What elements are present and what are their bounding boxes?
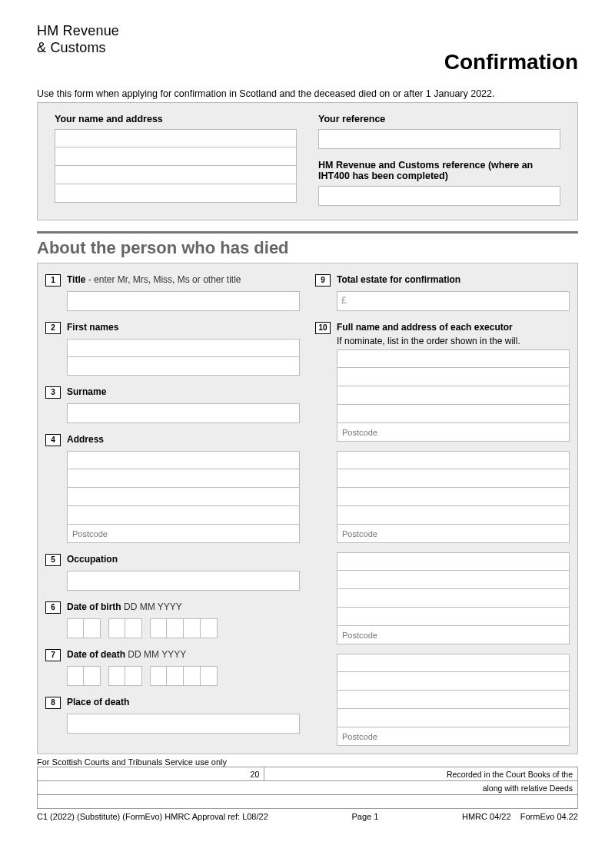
dod-y4[interactable] — [201, 666, 218, 686]
exec4-line2[interactable] — [337, 672, 570, 691]
address-line-2[interactable] — [67, 469, 300, 488]
section-title: About the person who has died — [37, 238, 578, 258]
address-postcode[interactable] — [67, 525, 300, 543]
q1-hint: - enter Mr, Mrs, Miss, Ms or other title — [85, 274, 241, 285]
footer-left: C1 (2022) (Substitute) (FormEvo) HMRC Ap… — [37, 812, 268, 821]
courts-recorded: Recorded in the Court Books of the — [264, 767, 578, 781]
address-line-3[interactable] — [67, 488, 300, 506]
exec4-line3[interactable] — [337, 691, 570, 709]
q10-hint: If nominate, list in the order shown in … — [337, 336, 570, 346]
name-address-line-1[interactable] — [55, 129, 297, 147]
logo-line2: & Customs — [37, 40, 106, 55]
name-address-line-4[interactable] — [55, 184, 297, 203]
name-address-line-2[interactable] — [55, 147, 297, 166]
dob-y1[interactable] — [150, 618, 167, 638]
page-footer: C1 (2022) (Substitute) (FormEvo) HMRC Ap… — [37, 812, 578, 821]
q6-number: 6 — [45, 601, 61, 614]
dob-d1[interactable] — [67, 618, 84, 638]
q4-number: 4 — [45, 434, 61, 446]
executor-2 — [337, 451, 570, 543]
dob-input — [67, 618, 300, 638]
address-line-4[interactable] — [67, 506, 300, 525]
first-names-line-2[interactable] — [67, 357, 300, 376]
courts-year: 20 — [38, 767, 264, 781]
q3-label: Surname — [67, 386, 106, 399]
name-address-field — [55, 129, 297, 203]
q4-label: Address — [67, 434, 104, 446]
courts-label: For Scottish Courts and Tribunals Servic… — [37, 757, 578, 767]
q6-label: Date of birth — [67, 601, 121, 612]
q1-label: Title — [67, 274, 85, 285]
exec1-line1[interactable] — [337, 350, 570, 368]
exec4-line1[interactable] — [337, 654, 570, 672]
total-estate-input[interactable] — [337, 291, 570, 311]
address-line-1[interactable] — [67, 451, 300, 469]
intro-text: Use this form when applying for confirma… — [37, 88, 578, 99]
dob-m2[interactable] — [125, 618, 142, 638]
footer-page: Page 1 — [351, 812, 378, 821]
form-body: 1 Title - enter Mr, Mrs, Miss, Ms or oth… — [37, 263, 578, 754]
name-address-line-3[interactable] — [55, 166, 297, 184]
exec3-line3[interactable] — [337, 589, 570, 608]
q9-number: 9 — [315, 274, 331, 287]
dob-d2[interactable] — [84, 618, 101, 638]
footer-formevo: FormEvo 04.22 — [520, 812, 578, 821]
q2-number: 2 — [45, 322, 61, 334]
q10-label: Full name and address of each executor — [337, 322, 513, 334]
reference-label: Your reference — [318, 114, 560, 124]
dob-y4[interactable] — [201, 618, 218, 638]
exec4-postcode[interactable] — [337, 727, 570, 746]
exec1-line2[interactable] — [337, 368, 570, 386]
executor-3 — [337, 552, 570, 644]
exec4-line4[interactable] — [337, 709, 570, 727]
q7-label: Date of death — [67, 649, 125, 660]
dod-m2[interactable] — [125, 666, 142, 686]
place-of-death-input[interactable] — [67, 714, 300, 734]
hmrc-ref-input[interactable] — [318, 186, 560, 206]
dob-y2[interactable] — [167, 618, 184, 638]
dod-input — [67, 666, 300, 686]
q5-number: 5 — [45, 554, 61, 566]
dob-m1[interactable] — [108, 618, 125, 638]
dob-y3[interactable] — [184, 618, 201, 638]
occupation-input[interactable] — [67, 571, 300, 591]
q3-number: 3 — [45, 386, 61, 399]
q7-hint: DD MM YYYY — [125, 649, 186, 660]
exec2-postcode[interactable] — [337, 525, 570, 543]
dod-d1[interactable] — [67, 666, 84, 686]
dod-m1[interactable] — [108, 666, 125, 686]
exec1-line3[interactable] — [337, 386, 570, 405]
exec2-line2[interactable] — [337, 469, 570, 488]
footer-hmrc: HMRC 04/22 — [462, 812, 511, 821]
surname-input[interactable] — [67, 403, 300, 423]
dod-y1[interactable] — [150, 666, 167, 686]
exec1-postcode[interactable] — [337, 423, 570, 442]
exec3-postcode[interactable] — [337, 626, 570, 644]
q2-label: First names — [67, 322, 118, 334]
dod-y2[interactable] — [167, 666, 184, 686]
courts-blank — [38, 795, 578, 809]
exec3-line2[interactable] — [337, 571, 570, 589]
executor-4 — [337, 654, 570, 746]
title-input[interactable] — [67, 291, 300, 311]
q10-number: 10 — [315, 322, 331, 334]
reference-input[interactable] — [318, 129, 560, 149]
exec2-line1[interactable] — [337, 451, 570, 469]
page-title: Confirmation — [37, 50, 578, 75]
dod-y3[interactable] — [184, 666, 201, 686]
dod-d2[interactable] — [84, 666, 101, 686]
first-names-line-1[interactable] — [67, 339, 300, 357]
exec1-line4[interactable] — [337, 405, 570, 423]
applicant-box: Your name and address Your reference HM … — [37, 102, 578, 220]
courts-table: 20 Recorded in the Court Books of the al… — [37, 767, 578, 809]
exec2-line4[interactable] — [337, 506, 570, 525]
exec2-line3[interactable] — [337, 488, 570, 506]
exec3-line1[interactable] — [337, 552, 570, 571]
q6-hint: DD MM YYYY — [121, 601, 182, 612]
exec3-line4[interactable] — [337, 608, 570, 626]
q1-number: 1 — [45, 274, 61, 287]
q8-label: Place of death — [67, 697, 129, 709]
q8-number: 8 — [45, 697, 61, 709]
q7-number: 7 — [45, 649, 61, 661]
section-divider — [37, 231, 578, 234]
